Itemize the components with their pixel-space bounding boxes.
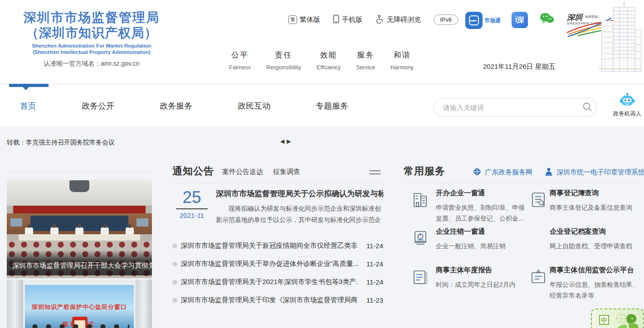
slide-speakers bbox=[25, 227, 134, 235]
accessibility-link[interactable]: 无障碍浏览 bbox=[375, 14, 421, 25]
ipv6-badge[interactable]: IPv6 bbox=[434, 14, 458, 25]
value-fairness: 公平 Fairness bbox=[229, 50, 251, 71]
eseal-system-link[interactable]: 深圳市统一电子印章管理系统 bbox=[544, 167, 644, 178]
floating-green-widget[interactable]: 中 bbox=[591, 309, 644, 328]
report-icon bbox=[410, 267, 430, 289]
logo-title-zh-2: （深圳市知识产权局） bbox=[13, 25, 171, 41]
search-input[interactable] bbox=[443, 104, 578, 111]
active-tab-indicator bbox=[9, 84, 49, 87]
building-sketch bbox=[596, 1, 643, 75]
notices-header: 通知公告 案件公告送达 征集调查 bbox=[172, 164, 383, 182]
notices-rule bbox=[172, 183, 383, 183]
nav-item-gov-disclosure[interactable]: 政务公开 bbox=[82, 101, 114, 111]
service-credit-platform[interactable]: 商事主体信用监管公示平台 年报公示信息、抽查检查结果、经营异常名录等 bbox=[528, 265, 643, 301]
traditional-chinese-link[interactable]: 繁 繁体版 bbox=[288, 15, 320, 24]
nav-item-gov-services[interactable]: 政务服务 bbox=[160, 101, 192, 111]
search-icon bbox=[582, 101, 593, 114]
site-search bbox=[434, 98, 597, 117]
notice-item-2[interactable]: ◎ 深圳市市场监督管理局关于举办促进体外诊断企业“高质量... 11-24 bbox=[172, 255, 383, 273]
services-grid: 开办企业一窗通 申请营业执照、刻制印章、申领发票、员工参保登记、公积金... bbox=[404, 183, 637, 319]
slide-people bbox=[29, 324, 129, 328]
logo-title-zh: 深圳市市场监督管理局 bbox=[13, 10, 171, 25]
robot-icon bbox=[619, 101, 635, 109]
slide-red-banner bbox=[13, 206, 146, 213]
slide-pillar-right bbox=[136, 280, 152, 328]
site-logo[interactable]: 深圳市市场监督管理局 （深圳市知识产权局） Shenzhen Administr… bbox=[13, 10, 171, 68]
news-ticker[interactable]: 转载：李克强主持召开国务院常务会议 bbox=[7, 139, 115, 147]
guangdong-gov-service-link[interactable]: 广东政务服务网 bbox=[473, 167, 532, 178]
services-header: 常用服务 广东政务服务网 bbox=[404, 164, 637, 182]
service-archive-query[interactable]: 企业登记档案查询 网上自助查档、受理申请查档 bbox=[528, 227, 643, 251]
featured-body: 深圳市市场监督管理局关于公示拟确认为研发与标... 现将拟确认为研发与标准化同步… bbox=[216, 188, 383, 226]
accessibility-icon bbox=[375, 14, 384, 25]
wechat-link[interactable] bbox=[539, 12, 555, 27]
wechat-icon bbox=[539, 12, 555, 27]
service-annual-report[interactable]: 商事主体年度报告 时间：成立周年之日起2月内 bbox=[410, 265, 529, 290]
service-open-business[interactable]: 开办企业一窗通 申请营业执照、刻制印章、申领发票、员工参保登记、公积金... bbox=[410, 188, 529, 224]
tab-survey[interactable]: 征集调查 bbox=[273, 168, 300, 176]
featured-summary: 现将拟确认为研发与标准化同步示范企业和深圳标准创新示范基地的单位予以公示，其中研… bbox=[216, 203, 383, 226]
services-external-links: 广东政务服务网 深圳市统一电子印章管理系统 bbox=[473, 167, 644, 178]
building-icon bbox=[410, 190, 430, 212]
slide-pillar-left bbox=[7, 280, 23, 328]
photo-carousel: 深圳市市场监督管理局召开干部大会学习贯彻党的十... ⌒ ⌒ 深圳知识产权保护中… bbox=[7, 179, 152, 328]
gov-robot[interactable]: 政务机器人 bbox=[610, 93, 644, 118]
official-domain-note: 认准唯一官方域名：amr.sz.gov.cn bbox=[13, 60, 171, 68]
page: 深圳市市场监督管理局 （深圳市知识产权局） Shenzhen Administr… bbox=[0, 0, 644, 328]
notices-tabs: 案件公告送达 征集调查 bbox=[222, 168, 300, 176]
shichangtong-app[interactable]: 市场通 bbox=[465, 12, 501, 29]
featured-title: 深圳市市场监督管理局关于公示拟确认为研发与标... bbox=[216, 188, 383, 199]
ticker-next-icon[interactable]: ▶ bbox=[287, 138, 293, 145]
power-icon bbox=[410, 228, 430, 250]
logo-title-en: Shenzhen Administration For Market Regul… bbox=[13, 43, 171, 49]
service-deregistration[interactable]: 企业注销一窗通 企业一般注销、简易注销 bbox=[410, 227, 529, 251]
seal-icon bbox=[544, 167, 553, 178]
notice-item-3[interactable]: ◎ 深圳市市场监督管理局关于2021年深圳市学生书包等3类产... 11-24 bbox=[172, 273, 383, 291]
value-responsibility: 责任 Responsibility bbox=[266, 50, 301, 71]
mobile-version-link[interactable]: 手机版 bbox=[333, 14, 362, 25]
carousel-top-divider bbox=[7, 172, 152, 173]
value-harmony: 和谐 Harmony bbox=[390, 50, 414, 71]
shichangtong-app-icon bbox=[465, 12, 483, 29]
shichangtong-app-label: 市场通 bbox=[484, 17, 501, 24]
document-search-icon bbox=[528, 190, 548, 212]
content-area: 转载：李克强主持召开国务院常务会议 ◀▶ 深圳市市场监督管理局召开干部大会学习贯… bbox=[0, 127, 644, 328]
carousel-slide-unveiling[interactable]: ⌒ ⌒ 深圳知识产权保护中心盐田分窗口 揭牌仪式 bbox=[7, 280, 152, 328]
services-section: 常用服务 广东政务服务网 bbox=[404, 164, 637, 319]
services-title: 常用服务 bbox=[404, 164, 445, 178]
app-shortcuts: 市场通 i深 深圳 政府在线 bbox=[465, 12, 617, 37]
nav-item-special-services[interactable]: 专题服务 bbox=[316, 101, 348, 111]
svg-text:深圳: 深圳 bbox=[566, 13, 584, 22]
notice-item-4[interactable]: ◎ 深圳市市场监督管理局关于印发《深圳市市场监督管理局商... 11-23 bbox=[172, 291, 383, 309]
slide-table bbox=[19, 234, 140, 241]
mobile-icon bbox=[333, 14, 339, 25]
current-date: 2021年11月26日 星期五 bbox=[483, 63, 556, 71]
bullet-icon: ◎ bbox=[172, 260, 177, 267]
logo-title-en-2: (Shenzhen Intellectual Property Administ… bbox=[13, 49, 171, 55]
carousel-slide-meeting[interactable]: 深圳市市场监督管理局召开干部大会学习贯彻党的十... bbox=[7, 179, 152, 278]
featured-date: 25 2021-11 bbox=[173, 188, 210, 219]
ishenzhen-app-icon: i深 bbox=[512, 12, 528, 28]
bullet-icon: ◎ bbox=[172, 297, 177, 303]
bullet-icon: ◎ bbox=[172, 279, 177, 285]
tab-case-announcement[interactable]: 案件公告送达 bbox=[222, 168, 263, 176]
nav-item-home[interactable]: 首页 bbox=[20, 101, 36, 111]
ticker-prev-icon[interactable]: ◀ bbox=[280, 138, 287, 145]
pinwheel-icon bbox=[473, 167, 482, 178]
notice-item-1[interactable]: ◎ 深圳市市场监督管理局关于新冠疫情期间全市仅经营乙类非... 11-24 bbox=[172, 236, 383, 255]
search-button[interactable] bbox=[578, 98, 596, 116]
bullet-icon: ◎ bbox=[172, 242, 177, 249]
ishenzhen-app[interactable]: i深 bbox=[512, 12, 528, 28]
slide-projector bbox=[69, 180, 89, 192]
notices-more-icon[interactable] bbox=[370, 168, 381, 177]
featured-month: 2021-11 bbox=[173, 212, 210, 219]
core-values: 公平 Fairness 责任 Responsibility 效能 Efficie… bbox=[229, 50, 429, 71]
featured-notice[interactable]: 25 2021-11 深圳市市场监督管理局关于公示拟确认为研发与标... 现将拟… bbox=[172, 188, 383, 229]
nav-item-interaction[interactable]: 政民互动 bbox=[238, 101, 270, 111]
utility-links: 繁 繁体版 手机版 无障碍浏览 IPv6 bbox=[288, 14, 458, 25]
service-registry-query[interactable]: 商事登记簿查询 商事主体登记及备案信息查询 bbox=[528, 188, 643, 213]
ticker-arrows: ◀▶ bbox=[280, 138, 293, 145]
carousel-caption: 深圳市市场监督管理局召开干部大会学习贯彻党的十... bbox=[7, 250, 152, 275]
zhong-glyph: 中 bbox=[599, 315, 609, 325]
site-header: 深圳市市场监督管理局 （深圳市知识产权局） Shenzhen Administr… bbox=[0, 0, 644, 84]
